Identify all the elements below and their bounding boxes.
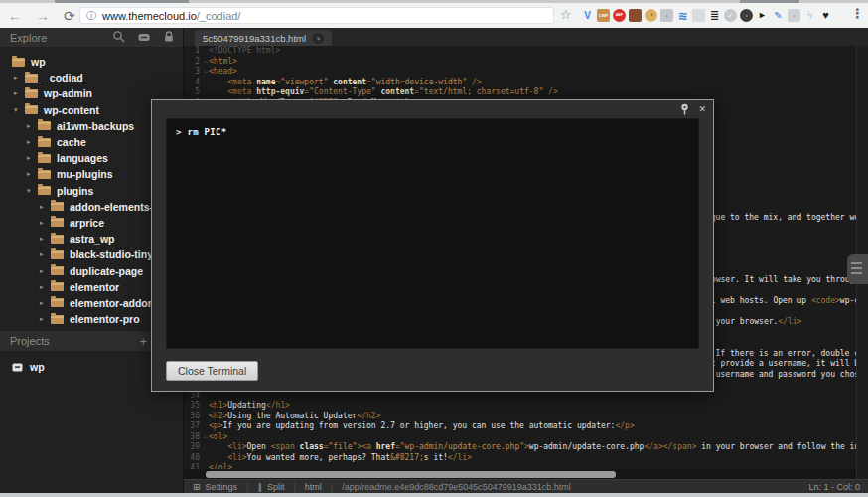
- site-info-icon[interactable]: ⓘ: [86, 9, 96, 23]
- code-line-2[interactable]: 2–<html>: [184, 57, 856, 68]
- brown-extension-icon[interactable]: [629, 9, 642, 22]
- adblock-plus-icon[interactable]: ABP: [613, 9, 626, 22]
- tab-close-icon[interactable]: ✕: [313, 33, 324, 44]
- expand-arrow-icon[interactable]: ▸: [40, 283, 51, 291]
- code-line-39[interactable]: 39 <li>Open <span class="file"><a href="…: [184, 442, 856, 453]
- heart-extension-icon[interactable]: ♥: [819, 9, 832, 22]
- expand-arrow-icon[interactable]: ▸: [40, 250, 51, 258]
- pin-icon[interactable]: [680, 103, 689, 115]
- settings-button[interactable]: ⊞Settings: [184, 482, 246, 492]
- add-project-icon[interactable]: +: [139, 334, 147, 349]
- horizontal-scrollbar-thumb[interactable]: [206, 471, 616, 478]
- close-terminal-button[interactable]: Close Terminal: [166, 361, 258, 381]
- expand-arrow-icon[interactable]: ▸: [27, 170, 38, 178]
- code-line-text: <html>: [204, 57, 237, 68]
- code-line-1[interactable]: 1<!DOCTYPE html>: [184, 46, 856, 57]
- cursor-position: Ln: 1 - Col: 0: [808, 482, 868, 492]
- pen-extension-icon[interactable]: ✎: [772, 9, 785, 22]
- tree-item-label: cache: [57, 136, 86, 148]
- line-number: 1: [184, 46, 204, 57]
- url-path: /_codiad/: [197, 10, 241, 22]
- clock-extension-icon[interactable]: ◔: [645, 9, 657, 22]
- tree-item-label: elementor-pro: [70, 313, 140, 325]
- status-bar: ⊞Settings | ∥Split | html | /app/readme.…: [184, 479, 868, 493]
- tree-item-_codiad[interactable]: ▸_codiad: [0, 70, 184, 85]
- browser-menu-icon[interactable]: ⋮: [851, 6, 864, 21]
- line-number: 37: [184, 421, 204, 432]
- expand-arrow-icon[interactable]: ▸: [40, 267, 51, 275]
- code-line-5[interactable]: 5 <meta http-equiv="Content-Type" conten…: [184, 87, 856, 98]
- lock-icon[interactable]: [163, 30, 175, 44]
- layers-extension-icon[interactable]: ≣: [708, 9, 721, 22]
- split-button[interactable]: ∥Split: [248, 482, 293, 492]
- folder-icon: [38, 138, 51, 147]
- code-line-37[interactable]: 37<p>If you are updating from version 2.…: [184, 421, 856, 432]
- terminal-modal: ✕ > rm PIC* Close Terminal: [151, 99, 714, 392]
- code-line-text: <li>Open <span class="file"><a href="wp-…: [204, 442, 856, 453]
- expand-arrow-icon[interactable]: ▸: [27, 138, 38, 146]
- collapse-arrow-icon[interactable]: ▾: [14, 106, 25, 114]
- code-line-3[interactable]: 3–<head>: [184, 67, 856, 78]
- expand-arrow-icon[interactable]: ▸: [14, 89, 25, 97]
- wave-extension-icon[interactable]: ≋: [676, 9, 689, 22]
- terminal-output[interactable]: > rm PIC*: [166, 118, 699, 349]
- tree-item-label: elementor: [70, 281, 119, 293]
- fold-marker-icon[interactable]: –: [204, 432, 208, 443]
- right-panel-handle-icon[interactable]: [847, 254, 868, 284]
- expand-arrow-icon[interactable]: ▸: [27, 154, 38, 162]
- search-icon[interactable]: [112, 30, 125, 44]
- explore-header: Explore: [0, 28, 183, 47]
- code-line-text: <p>If you are updating from version 2.7 …: [204, 421, 635, 432]
- collapse-arrow-icon[interactable]: ▾: [27, 187, 38, 195]
- switch-extension-icon[interactable]: ▫: [788, 9, 800, 22]
- forward-icon[interactable]: →: [36, 9, 50, 23]
- camera-extension-icon[interactable]: ▪: [660, 9, 673, 22]
- fold-marker-icon[interactable]: –: [204, 67, 208, 78]
- expand-arrow-icon[interactable]: ▸: [40, 235, 51, 243]
- gray-circle-extension-icon[interactable]: ✓: [724, 9, 737, 22]
- address-bar[interactable]: ⓘ www.themecloud.io/_codiad/: [79, 7, 554, 24]
- code-line-40[interactable]: 40 <li>You wanted more, perhaps? That&#8…: [184, 453, 856, 464]
- expand-arrow-icon[interactable]: ▸: [40, 219, 51, 227]
- tree-item-wp[interactable]: wp: [0, 54, 184, 70]
- split-icon: ∥: [257, 482, 262, 492]
- expand-arrow-icon[interactable]: ▸: [40, 315, 51, 323]
- tree-item-label: mu-plugins: [57, 168, 113, 180]
- code-line-text: <li>You wanted more, perhaps? That&#8217…: [204, 453, 472, 464]
- code-line-4[interactable]: 4 <meta name="viewport" content="width=d…: [184, 78, 856, 88]
- code-line-38[interactable]: 38–<ol>: [184, 432, 856, 443]
- folder-icon: [25, 74, 38, 83]
- fold-marker-icon[interactable]: –: [204, 57, 208, 68]
- cwp-icon[interactable]: CWP: [597, 9, 610, 22]
- browser-toolbar: ← → ⟳ ⓘ www.themecloud.io/_codiad/ ☆ VCW…: [0, 0, 868, 28]
- back-icon[interactable]: ←: [8, 9, 22, 23]
- folder-icon: [51, 250, 64, 259]
- code-line-text: <h1>Updating</h1>: [204, 401, 290, 412]
- dark-circle-extension-icon[interactable]: ●: [740, 9, 753, 22]
- code-line-36[interactable]: 36<h2>Using the Automatic Updater</h2>: [184, 412, 856, 422]
- tab-readme-file[interactable]: 5c50479919a331cb.html ✕: [195, 30, 332, 46]
- extensions-row: VCWPABP◔▪≋≣✓●►✎▫ϟ♥: [581, 3, 832, 28]
- line-number: 5: [184, 87, 204, 98]
- tree-item-label: languages: [57, 152, 108, 164]
- pointer-extension-icon[interactable]: ►: [756, 9, 769, 22]
- horizontal-scrollbar[interactable]: [185, 469, 856, 479]
- expand-arrow-icon[interactable]: ▸: [14, 74, 25, 82]
- reload-icon[interactable]: ⟳: [64, 9, 75, 23]
- expand-arrow-icon[interactable]: ▸: [27, 122, 38, 130]
- lightning-extension-icon[interactable]: ϟ: [803, 9, 816, 22]
- dim-extension-icon[interactable]: [692, 9, 705, 22]
- code-line-34[interactable]: 34: [184, 391, 856, 402]
- bookmark-star-icon[interactable]: ☆: [560, 7, 572, 22]
- line-number: 3–: [184, 67, 204, 78]
- vimium-icon[interactable]: V: [581, 9, 594, 22]
- tree-item-label: _codiad: [44, 72, 83, 83]
- scan-icon[interactable]: [137, 30, 151, 44]
- expand-arrow-icon[interactable]: ▸: [40, 299, 51, 307]
- expand-arrow-icon[interactable]: ▸: [40, 203, 51, 211]
- code-line-text: [204, 391, 209, 402]
- line-number: 39: [184, 442, 204, 453]
- close-icon[interactable]: ✕: [698, 104, 706, 114]
- code-line-35[interactable]: 35<h1>Updating</h1>: [184, 401, 856, 412]
- mode-selector[interactable]: html: [296, 482, 331, 492]
